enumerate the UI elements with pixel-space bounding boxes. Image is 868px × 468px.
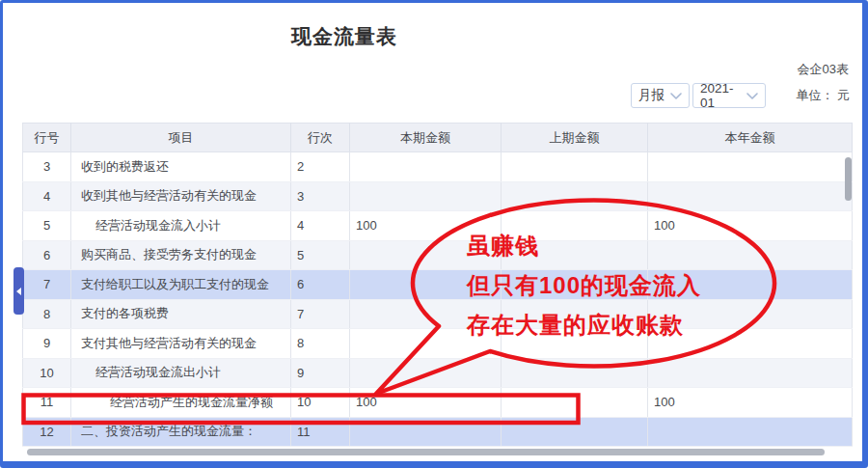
column-header-row-no: 行号 [23,124,71,152]
table-row[interactable]: 7 支付给职工以及为职工支付的现金 6 [23,270,853,300]
page-title: 现金流量表 [291,23,397,50]
cell-row-no: 4 [23,181,71,211]
cell-year-amount [648,270,853,300]
cell-line-no: 8 [291,329,350,359]
table-header-row: 行号 项目 行次 本期金额 上期金额 本年金额 [23,124,853,152]
table-row[interactable]: 4 收到其他与经营活动有关的现金 3 [23,181,853,211]
cell-year-amount [648,417,853,447]
cell-current-amount [350,152,502,182]
report-month-select[interactable]: 2021-01 [692,83,766,108]
horizontal-scrollbar-thumb[interactable] [27,449,825,455]
cell-line-no: 11 [291,417,350,447]
cell-year-amount [648,329,853,359]
cell-current-amount [350,358,502,388]
column-header-item: 项目 [71,124,291,152]
cell-current-amount [350,181,502,211]
cell-item: 二、投资活动产生的现金流量： [71,417,291,447]
cell-item: 支付其他与经营活动有关的现金 [71,329,291,359]
chevron-down-icon [670,93,682,99]
table-row[interactable]: 8 支付的各项税费 7 [23,299,853,329]
cell-prior-amount [502,358,648,388]
cell-current-amount [350,299,502,329]
cell-item: 购买商品、接受劳务支付的现金 [71,240,291,270]
column-header-line-no: 行次 [291,124,350,152]
cell-row-no: 5 [23,211,71,241]
cell-current-amount: 100 [350,388,502,418]
cell-prior-amount [502,240,648,270]
table-row[interactable]: 5 经营活动现金流入小计 4 100 100 [23,211,853,241]
cell-prior-amount [502,417,648,447]
column-header-current: 本期金额 [350,124,502,152]
column-header-prior: 上期金额 [502,124,648,152]
report-month-value: 2021-01 [700,81,741,110]
cell-item: 支付给职工以及为职工支付的现金 [71,270,291,300]
unit-label: 单位： 元 [796,87,850,104]
report-period-select[interactable]: 月报 [631,83,690,108]
column-header-year: 本年金额 [648,124,853,152]
table-row[interactable]: 12 二、投资活动产生的现金流量： 11 [23,417,853,447]
cell-item: 经营活动现金流出小计 [71,358,291,388]
cell-year-amount [648,299,853,329]
cell-line-no: 2 [291,152,350,182]
cell-row-no: 3 [23,152,71,182]
cell-prior-amount [502,211,648,241]
cell-row-no: 6 [23,240,71,270]
cell-year-amount [648,358,853,388]
cell-year-amount: 100 [648,211,853,241]
table-row[interactable]: 10 经营活动现金流出小计 9 [23,358,853,388]
cell-prior-amount [502,270,648,300]
cell-item: 经营活动产生的现金流量净额 [71,388,291,418]
form-code-label: 会企03表 [798,61,849,78]
cell-item: 经营活动现金流入小计 [71,211,291,241]
table-body: 3 收到的税费返还 2 4 收到其他与经营活动有关的现金 3 5 经营活动现金流… [23,152,853,447]
cell-row-no: 8 [23,299,71,329]
cell-current-amount [350,270,502,300]
cell-prior-amount [502,181,648,211]
cell-item: 收到其他与经营活动有关的现金 [71,181,291,211]
cash-flow-table: 行号 项目 行次 本期金额 上期金额 本年金额 3 收到的税费返还 2 4 收到… [22,123,852,447]
cell-row-no: 12 [23,417,71,447]
cell-prior-amount [502,299,648,329]
chevron-down-icon [746,93,758,99]
cell-current-amount: 100 [350,211,502,241]
cell-current-amount [350,417,502,447]
cell-current-amount [350,240,502,270]
cell-year-amount [648,181,853,211]
cell-row-no: 9 [23,329,71,359]
cell-line-no: 5 [291,240,350,270]
table-row[interactable]: 3 收到的税费返还 2 [23,152,853,182]
cell-row-no: 10 [23,358,71,388]
cell-current-amount [350,329,502,359]
table-row[interactable]: 9 支付其他与经营活动有关的现金 8 [23,329,853,359]
cell-line-no: 10 [291,388,350,418]
cell-item: 支付的各项税费 [71,299,291,329]
table-row[interactable]: 6 购买商品、接受劳务支付的现金 5 [23,240,853,270]
cell-prior-amount [502,388,648,418]
cell-year-amount [648,240,853,270]
cell-item: 收到的税费返还 [71,152,291,182]
cell-year-amount: 100 [648,388,853,418]
cell-row-no: 7 [23,270,71,300]
cell-prior-amount [502,329,648,359]
table-row[interactable]: 11 经营活动产生的现金流量净额 10 100 100 [23,388,853,418]
arrow-left-icon [16,288,21,295]
cell-line-no: 4 [291,211,350,241]
cell-year-amount [648,152,853,182]
cell-line-no: 3 [291,181,350,211]
cell-prior-amount [502,152,648,182]
cell-line-no: 7 [291,299,350,329]
cell-row-no: 11 [23,388,71,418]
vertical-scrollbar-thumb[interactable] [845,157,852,201]
sidebar-collapse-handle[interactable] [14,267,24,315]
report-period-value: 月报 [638,87,665,104]
cell-line-no: 9 [291,358,350,388]
cell-line-no: 6 [291,270,350,300]
